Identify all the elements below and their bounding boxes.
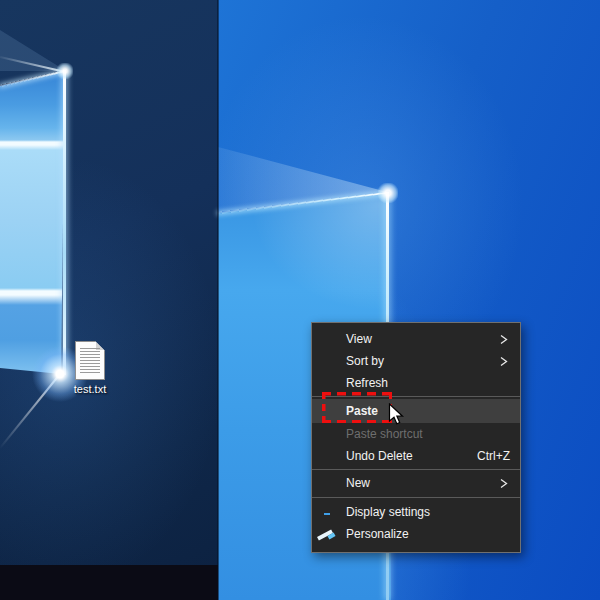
menu-item-undo-delete[interactable]: Undo Delete Ctrl+Z <box>312 445 520 467</box>
image-split-divider <box>217 0 219 600</box>
menu-item-label: Refresh <box>346 376 388 390</box>
keyboard-shortcut: Ctrl+Z <box>477 449 510 463</box>
menu-item-personalize[interactable]: Personalize <box>312 523 520 545</box>
menu-item-label: Paste shortcut <box>346 427 423 441</box>
wallpaper-left: test.txt <box>0 0 218 600</box>
menu-item-view[interactable]: View <box>312 328 520 350</box>
pane-corner-glow <box>378 183 398 203</box>
chevron-right-icon <box>497 333 510 346</box>
menu-item-new[interactable]: New <box>312 472 520 494</box>
desktop-context-menu: View Sort by Refresh Paste Paste shortcu… <box>311 322 521 553</box>
taskbar: 1:42 AM 11/24/2022 <box>0 565 218 600</box>
menu-item-paste-shortcut: Paste shortcut <box>312 423 520 445</box>
menu-item-label: New <box>346 476 370 490</box>
menu-item-label: Sort by <box>346 354 384 368</box>
menu-item-label: Display settings <box>346 505 430 519</box>
pane-right-edge <box>63 70 66 375</box>
menu-item-label: Undo Delete <box>346 449 413 463</box>
mouse-cursor <box>388 403 405 430</box>
text-file-icon <box>75 341 105 380</box>
pane-corner-glow <box>57 63 73 79</box>
windows-desktop-screenshot: test.txt View Sort by Refresh Paste <box>0 0 600 600</box>
paste-annotation-red-dashed-box <box>322 392 392 423</box>
menu-item-label: Personalize <box>346 527 409 541</box>
desktop-file-test-txt[interactable]: test.txt <box>64 341 116 395</box>
menu-item-sort-by[interactable]: Sort by <box>312 350 520 372</box>
menu-item-display-settings[interactable]: Display settings <box>312 501 520 523</box>
menu-separator <box>312 497 520 498</box>
chevron-right-icon <box>497 355 510 368</box>
menu-item-refresh[interactable]: Refresh <box>312 372 520 394</box>
menu-separator <box>312 469 520 470</box>
page-text-lines <box>80 348 100 375</box>
menu-item-label: View <box>346 332 372 346</box>
file-label: test.txt <box>64 383 116 395</box>
chevron-right-icon <box>497 477 510 490</box>
